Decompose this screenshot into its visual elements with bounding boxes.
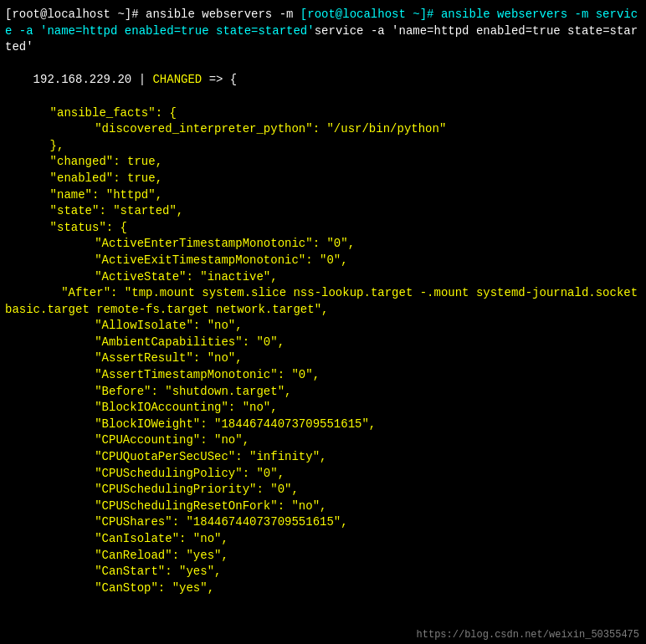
can-start: "CanStart": "yes", (5, 564, 641, 580)
discovered-interpreter: "discovered_interpreter_python": "/usr/b… (5, 121, 641, 138)
assert-result: "AssertResult": "no", (5, 350, 641, 367)
block-io-weight: "BlockIOWeight": "18446744073709551615", (5, 417, 641, 433)
block-io-acc: "BlockIOAccounting": "no", (5, 400, 641, 417)
cpu-accounting: "CPUAccounting": "no", (5, 432, 641, 449)
status-field: "status": { (5, 220, 641, 237)
can-reload: "CanReload": "yes", (5, 548, 641, 565)
state-field: "state": "started", (5, 203, 641, 220)
ip-address: 192.168.229.20 | (33, 73, 153, 86)
enabled-field: "enabled": true, (5, 171, 641, 187)
cpu-shares: "CPUShares": "18446744073709551615", (5, 514, 641, 531)
can-stop: "CanStop": "yes", (5, 580, 641, 597)
watermark: https://blog.csdn.net/weixin_50355475 (417, 629, 639, 641)
changed-field: "changed": true, (5, 154, 641, 171)
changed-label: CHANGED (152, 73, 202, 86)
cpu-sched-priority: "CPUSchedulingPriority": "0", (5, 482, 641, 498)
cpu-sched-policy: "CPUSchedulingPolicy": "0", (5, 466, 641, 483)
before-field: "Before": "shutdown.target", (5, 384, 641, 401)
cpu-quota: "CPUQuotaPerSecUSec": "infinity", (5, 449, 641, 466)
terminal-window: [root@localhost ~]# ansible webservers -… (0, 3, 646, 644)
ansible-facts-key: "ansible_facts": { (5, 105, 641, 122)
assert-ts-mono: "AssertTimestampMonotonic": "0", (5, 367, 641, 384)
active-enter-ts: "ActiveEnterTimestampMonotonic": "0", (5, 236, 641, 253)
active-exit-ts: "ActiveExitTimestampMonotonic": "0", (5, 253, 641, 269)
can-isolate: "CanIsolate": "no", (5, 531, 641, 548)
ambient-cap: "AmbientCapabilities": "0", (5, 335, 641, 351)
ip-changed-line: 192.168.229.20 | CHANGED => { (5, 56, 641, 105)
command-line: [root@localhost ~]# ansible webservers -… (5, 7, 641, 56)
after-field: "After": "tmp.mount system.slice nss-loo… (5, 285, 641, 318)
active-state: "ActiveState": "inactive", (5, 269, 641, 286)
service-keyword: [root@localhost ~]# ansible webservers -… (5, 8, 638, 38)
name-field: "name": "httpd", (5, 187, 641, 204)
cpu-sched-reset: "CPUSchedulingResetOnFork": "no", (5, 498, 641, 515)
close-facts: }, (5, 138, 641, 155)
arrow-brace: => { (202, 73, 237, 86)
allow-isolate: "AllowIsolate": "no", (5, 318, 641, 335)
